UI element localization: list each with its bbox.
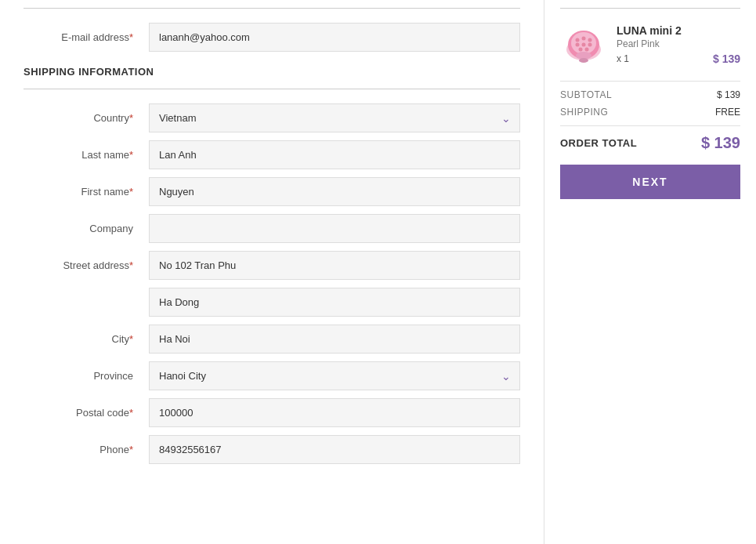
right-top-divider (560, 8, 740, 9)
subtotal-row: SUBTOTAL $ 139 (560, 89, 740, 100)
product-image (560, 21, 607, 68)
svg-point-10 (585, 48, 589, 52)
order-total-label: ORDER TOTAL (560, 137, 637, 149)
company-label: Company (24, 223, 149, 234)
country-select[interactable]: Vietnam United States United Kingdom Aus… (149, 103, 520, 132)
phone-input[interactable] (149, 435, 520, 464)
product-row: LUNA mini 2 Pearl Pink x 1 $ 139 (560, 21, 740, 68)
country-select-wrapper: Vietnam United States United Kingdom Aus… (149, 103, 520, 132)
lastname-row: Last name* (24, 140, 520, 169)
next-button[interactable]: NEXT (560, 165, 740, 199)
product-variant: Pearl Pink (617, 38, 740, 49)
left-panel: E-mail address* SHIPPING INFORMATION Cou… (0, 0, 544, 544)
country-label: Country* (24, 112, 149, 124)
shipping-value: FREE (715, 107, 740, 118)
street-label: Street address* (24, 259, 149, 271)
city-row: City* (24, 325, 520, 354)
summary-divider-2 (560, 125, 740, 126)
svg-point-13 (579, 58, 588, 63)
svg-point-4 (582, 37, 586, 41)
province-label: Province (24, 370, 149, 382)
street2-input[interactable] (149, 288, 520, 317)
phone-row: Phone* (24, 435, 520, 464)
street-row: Street address* (24, 251, 520, 280)
summary-divider (560, 81, 740, 82)
subtotal-value: $ 139 (717, 89, 740, 100)
product-info: LUNA mini 2 Pearl Pink x 1 $ 139 (617, 24, 740, 65)
subtotal-label: SUBTOTAL (560, 89, 612, 100)
province-select-wrapper: Hanoi City Ho Chi Minh City Da Nang Hai … (149, 361, 520, 390)
shipping-heading: SHIPPING INFORMATION (24, 66, 520, 78)
order-total-row: ORDER TOTAL $ 139 (560, 134, 740, 152)
company-input[interactable] (149, 214, 520, 243)
country-row: Country* Vietnam United States United Ki… (24, 103, 520, 132)
section-divider (24, 89, 520, 89)
email-row: E-mail address* (24, 23, 520, 52)
svg-point-5 (588, 38, 592, 42)
phone-label: Phone* (24, 444, 149, 455)
street-input[interactable] (149, 251, 520, 280)
shipping-label: SHIPPING (560, 107, 608, 118)
product-name: LUNA mini 2 (617, 24, 740, 37)
shipping-row: SHIPPING FREE (560, 107, 740, 118)
postal-input[interactable] (149, 398, 520, 427)
svg-point-8 (588, 43, 592, 47)
firstname-label: First name* (24, 186, 149, 198)
svg-point-9 (579, 48, 583, 52)
lastname-input[interactable] (149, 140, 520, 169)
svg-point-3 (576, 38, 580, 42)
order-total-value: $ 139 (701, 134, 740, 152)
svg-point-6 (576, 43, 580, 47)
postal-label: Postal code* (24, 407, 149, 419)
top-divider (24, 8, 520, 9)
lastname-label: Last name* (24, 149, 149, 161)
firstname-row: First name* (24, 177, 520, 206)
product-price: $ 139 (713, 53, 740, 65)
company-row: Company (24, 214, 520, 243)
city-input[interactable] (149, 325, 520, 354)
email-label: E-mail address* (24, 31, 149, 43)
province-row: Province Hanoi City Ho Chi Minh City Da … (24, 361, 520, 390)
street2-row (24, 288, 520, 317)
postal-row: Postal code* (24, 398, 520, 427)
svg-point-7 (582, 43, 586, 47)
city-label: City* (24, 333, 149, 345)
right-panel: LUNA mini 2 Pearl Pink x 1 $ 139 SUBTOTA… (544, 0, 756, 544)
firstname-input[interactable] (149, 177, 520, 206)
product-qty-price: x 1 $ 139 (617, 53, 740, 65)
province-select[interactable]: Hanoi City Ho Chi Minh City Da Nang Hai … (149, 361, 520, 390)
product-qty: x 1 (617, 53, 629, 64)
email-input[interactable] (149, 23, 520, 52)
